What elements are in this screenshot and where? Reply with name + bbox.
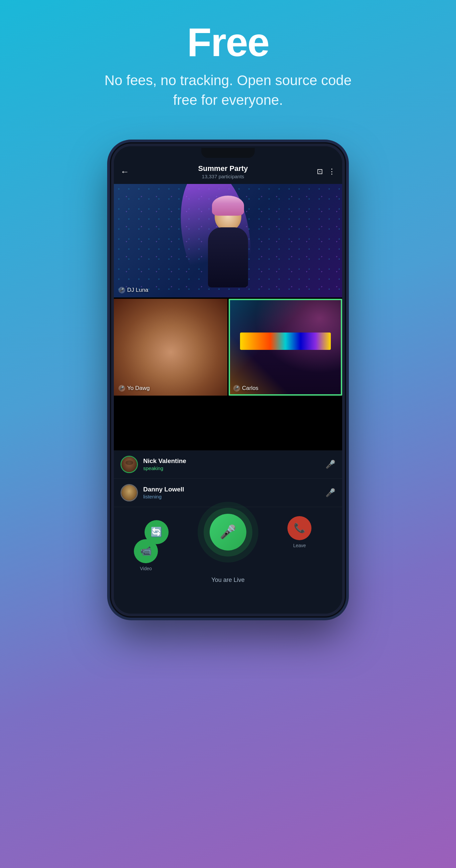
participants-section: Nick Valentine speaking 🎤 Danny Lowell l <box>114 451 342 507</box>
dj-hair <box>212 196 244 216</box>
phone-frame: ← Summer Party 13,337 participants ⊡ ⋮ <box>111 144 345 616</box>
video-button[interactable]: 📹 <box>134 539 158 563</box>
more-options-icon[interactable]: ⋮ <box>328 167 335 176</box>
flip-camera-icon: 🔄 <box>151 526 162 537</box>
notch <box>201 148 255 158</box>
video-button-wrapper: 📹 Video <box>134 539 158 571</box>
dog-background <box>114 299 227 396</box>
dj-head <box>215 200 241 231</box>
video-icon: 📹 <box>140 546 152 557</box>
end-call-button[interactable]: 📞 <box>287 516 311 540</box>
danny-avatar <box>121 484 138 501</box>
danny-mic-icon: 🎤 <box>326 488 335 497</box>
video-grid: 🎤 DJ Luna 🎤 Yo Dawg <box>114 184 342 451</box>
danny-info: Danny Lowell listening <box>143 486 320 499</box>
mic-button[interactable]: 🎤 <box>210 514 246 551</box>
back-button[interactable]: ← <box>121 166 129 177</box>
hero-title: Free <box>187 20 269 64</box>
participants-count: 13,337 participants <box>134 174 312 179</box>
header-actions: ⊡ ⋮ <box>317 167 335 176</box>
video-main-dj-luna[interactable]: 🎤 DJ Luna <box>114 184 342 298</box>
dj-luna-label: 🎤 DJ Luna <box>119 287 148 293</box>
carlos-mic-icon: 🎤 <box>233 385 240 392</box>
participant-row-nick[interactable]: Nick Valentine speaking 🎤 <box>114 451 342 479</box>
dj-figure <box>208 200 248 287</box>
controls-section: 🔄 🎤 📞 Leave <box>114 507 342 594</box>
video-secondary-row: 🎤 Yo Dawg <box>114 299 342 396</box>
participant-row-danny[interactable]: Danny Lowell listening 🎤 <box>114 479 342 507</box>
video-cell-carlos[interactable]: 🎤 Carlos <box>229 299 342 396</box>
nick-avatar <box>121 456 138 473</box>
live-status: You are Live <box>124 577 332 584</box>
nick-name: Nick Valentine <box>143 457 320 465</box>
end-call-icon: 📞 <box>294 523 305 533</box>
carlos-visual <box>229 299 342 396</box>
dj-body <box>208 227 248 287</box>
leave-label: Leave <box>293 543 306 548</box>
dj-luna-mic-icon: 🎤 <box>119 287 125 293</box>
danny-face-visual <box>122 485 137 500</box>
nick-mic-icon: 🎤 <box>326 460 335 469</box>
phone-device: ← Summer Party 13,337 participants ⊡ ⋮ <box>101 144 355 616</box>
hero-section: Free No fees, no tracking. Open source c… <box>0 0 456 124</box>
carlos-label: 🎤 Carlos <box>233 385 259 392</box>
phone-screen: ← Summer Party 13,337 participants ⊡ ⋮ <box>114 146 342 614</box>
hero-subtitle: No fees, no tracking. Open source code f… <box>98 71 358 110</box>
carlos-sunglasses <box>240 333 331 350</box>
dj-luna-name: DJ Luna <box>127 287 148 293</box>
yo-dawg-label: 🎤 Yo Dawg <box>119 385 150 392</box>
nick-face-visual <box>122 457 137 472</box>
mic-button-icon: 🎤 <box>220 524 236 540</box>
dog-visual <box>114 299 227 396</box>
screen-share-icon[interactable]: ⊡ <box>317 167 323 176</box>
carlos-background <box>229 299 342 396</box>
call-title: Summer Party <box>134 164 312 173</box>
video-cell-yo-dawg[interactable]: 🎤 Yo Dawg <box>114 299 227 396</box>
video-label: Video <box>140 566 152 571</box>
yo-dawg-name: Yo Dawg <box>127 385 150 392</box>
nick-info: Nick Valentine speaking <box>143 457 320 471</box>
nick-status: speaking <box>143 465 320 471</box>
yo-dawg-mic-icon: 🎤 <box>119 385 125 392</box>
carlos-name: Carlos <box>242 385 259 392</box>
mic-button-wrapper: 🎤 <box>210 514 246 551</box>
end-call-wrapper: 📞 Leave <box>287 516 311 548</box>
danny-status: listening <box>143 494 320 499</box>
danny-face <box>122 485 137 500</box>
call-header: ← Summer Party 13,337 participants ⊡ ⋮ <box>114 160 342 184</box>
status-bar <box>114 146 342 160</box>
call-title-section: Summer Party 13,337 participants <box>134 164 312 179</box>
danny-name: Danny Lowell <box>143 486 320 493</box>
phone-bottom-space <box>114 594 342 614</box>
